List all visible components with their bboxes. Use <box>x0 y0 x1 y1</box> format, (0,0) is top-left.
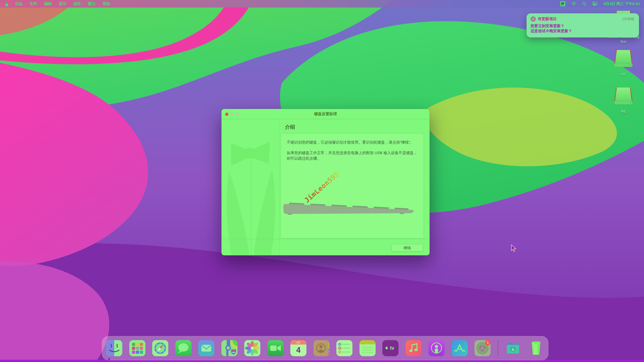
menu-item-edit[interactable]: 编辑 <box>44 2 52 6</box>
dock-item-mail[interactable] <box>198 340 214 356</box>
downloads-folder-icon <box>505 340 521 356</box>
dock-item-maps[interactable]: 280 <box>221 340 237 356</box>
intro-panel: 不能识别您的键盘，它必须被识别才能使用。要识别此键盘，请点按“继续”。 如果您的… <box>280 133 424 239</box>
podcasts-icon <box>428 340 445 356</box>
facetime-icon <box>267 340 284 356</box>
dock-item-tv[interactable]: tv <box>382 340 398 356</box>
desktop-drive-pe[interactable]: PE <box>613 87 634 114</box>
mail-icon <box>198 340 214 356</box>
svg-text:1: 1 <box>487 341 489 344</box>
menu-bar-status-area: 拼 5月4日 周三 下午6:51 <box>560 1 640 6</box>
dock-item-finder[interactable] <box>106 340 122 356</box>
trash-icon <box>528 340 544 356</box>
photos-icon <box>244 340 260 356</box>
music-icon <box>406 340 422 356</box>
dock-item-reminders[interactable] <box>336 340 352 356</box>
window-titlebar[interactable]: 键盘设置助理 <box>222 109 429 119</box>
dock-separator <box>498 340 498 357</box>
svg-text:280: 280 <box>232 351 235 354</box>
desktop-drive-oc[interactable]: OC <box>613 49 634 76</box>
intro-heading: 介绍 <box>285 124 295 130</box>
launchpad-icon <box>129 340 145 356</box>
notification-time: 1分钟前 <box>622 17 634 21</box>
dock-item-music[interactable] <box>406 340 422 356</box>
watermark-text: JimLeon595 <box>303 170 341 204</box>
messages-icon <box>175 340 191 356</box>
drive-icon <box>613 87 634 105</box>
notification-title: 有更新项目 <box>538 17 557 21</box>
svg-text:4: 4 <box>296 346 301 354</box>
mouse-cursor <box>511 244 517 252</box>
intro-paragraph-1: 不能识别您的键盘，它必须被识别才能使用。要识别此键盘，请点按“继续”。 <box>281 133 424 145</box>
dock-item-facetime[interactable] <box>267 340 284 356</box>
apple-tv-icon: tv <box>382 340 398 356</box>
menu-item-file[interactable]: 文件 <box>30 2 37 6</box>
dock-item-contacts[interactable] <box>313 340 330 356</box>
control-center-icon[interactable] <box>592 2 597 6</box>
minimize-button[interactable] <box>230 113 234 116</box>
dock-item-app-store[interactable] <box>452 340 468 356</box>
dock-item-system-preferences[interactable]: 1 <box>474 340 491 356</box>
tuxedo-artwork <box>222 119 280 255</box>
system-preferences-icon: 1 <box>474 340 491 356</box>
keyboard-side-image <box>282 199 419 216</box>
contacts-icon <box>313 340 330 356</box>
notification-body: 您要立刻安装更新？ 还是尝试今晚安装更新？ <box>531 23 634 34</box>
calendar-icon: 5月 4 <box>290 340 306 356</box>
zoom-button[interactable] <box>236 113 239 116</box>
dock-item-trash[interactable] <box>528 340 544 356</box>
maps-icon: 280 <box>221 340 237 356</box>
dock-item-messages[interactable] <box>175 340 191 356</box>
safari-icon <box>152 340 168 356</box>
finder-icon <box>106 340 122 356</box>
notification-line2: 还是尝试今晚安装更新？ <box>531 28 634 33</box>
menu-item-view[interactable]: 显示 <box>59 2 66 6</box>
app-store-icon <box>452 340 468 356</box>
desktop: 访达 文件 编辑 显示 前往 窗口 帮助 拼 5月4日 周三 下午6:51 <box>0 0 644 362</box>
drive-icon <box>613 49 634 68</box>
window-title: 键盘设置助理 <box>314 112 337 116</box>
dock-item-podcasts[interactable] <box>428 340 445 356</box>
svg-text:5月: 5月 <box>297 341 300 344</box>
menu-bar: 访达 文件 编辑 显示 前往 窗口 帮助 拼 5月4日 周三 下午6:51 <box>0 0 644 8</box>
dock-item-launchpad[interactable] <box>129 340 145 356</box>
close-button[interactable] <box>225 113 228 116</box>
dock: 280 <box>102 336 548 360</box>
update-gear-icon <box>531 16 536 22</box>
dock-item-downloads[interactable] <box>505 340 521 356</box>
intro-paragraph-2: 如果您的键盘工作正常，并且您连接在电脑上的附加 USB 输入设备不是键盘，则可以… <box>281 145 424 161</box>
spotlight-search-icon[interactable] <box>582 2 586 6</box>
notification-line1: 您要立刻安装更新？ <box>531 23 634 28</box>
drive-label: PE <box>613 109 634 114</box>
dock-item-calendar[interactable]: 5月 4 <box>290 340 306 356</box>
reminders-icon <box>336 340 352 356</box>
dock-item-notes[interactable] <box>359 340 376 356</box>
apple-menu-icon[interactable] <box>4 2 8 6</box>
dock-item-safari[interactable] <box>152 340 168 356</box>
notification-header: 有更新项目 1分钟前 <box>531 16 634 22</box>
update-notification[interactable]: 有更新项目 1分钟前 您要立刻安装更新？ 还是尝试今晚安装更新？ <box>527 13 639 37</box>
input-method-icon[interactable]: 拼 <box>560 1 565 6</box>
menu-item-help[interactable]: 帮助 <box>103 2 110 6</box>
menu-item-window[interactable]: 窗口 <box>88 2 96 6</box>
keyboard-setup-assistant-window: 键盘设置助理 介绍 不能识别您的键盘，它必须被识别才能使用。要识别此键盘，请点按… <box>221 109 430 255</box>
menu-item-go[interactable]: 前往 <box>73 2 81 6</box>
continue-button[interactable]: 继续 <box>391 244 423 252</box>
menu-item-finder[interactable]: 访达 <box>15 2 23 6</box>
notes-icon <box>359 340 376 356</box>
finder-running-indicator <box>108 358 110 360</box>
svg-text:tv: tv <box>390 345 394 351</box>
window-separator <box>222 239 429 239</box>
wifi-icon[interactable] <box>571 2 576 6</box>
traffic-lights <box>225 109 239 119</box>
drive-label-line2: Sur <box>596 39 644 44</box>
menu-bar-clock[interactable]: 5月4日 周三 下午6:51 <box>603 2 640 6</box>
drive-label: OC <box>613 72 634 76</box>
dock-item-photos[interactable] <box>244 340 260 356</box>
